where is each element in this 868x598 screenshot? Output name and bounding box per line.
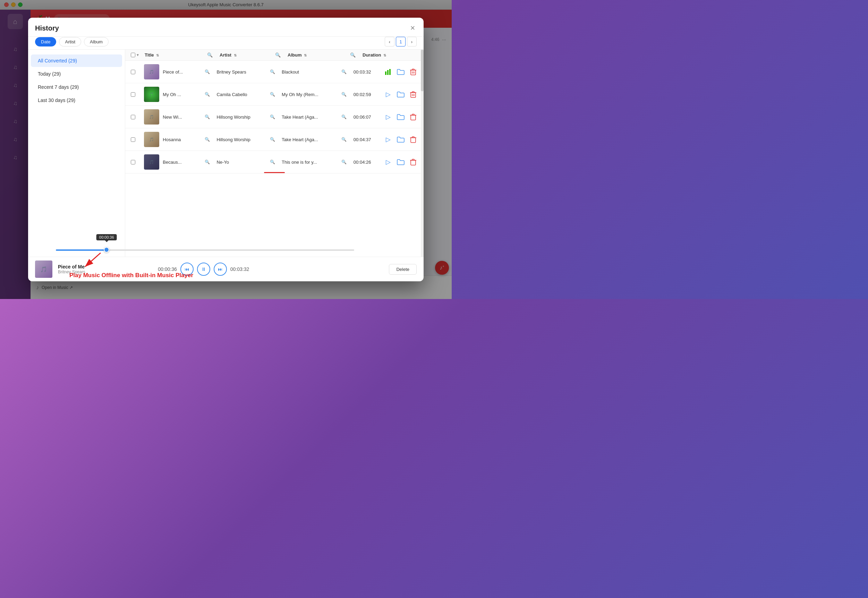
svg-rect-23 [412, 137, 414, 138]
row1-thumbnail: 🎵 [144, 87, 159, 102]
player-thumbnail: 🎵 [35, 260, 52, 278]
row4-title-search[interactable]: 🔍 [205, 160, 217, 164]
row2-folder-button[interactable] [396, 112, 406, 122]
svg-rect-21 [411, 138, 416, 142]
album-column-header[interactable]: Album ⇅ [287, 52, 350, 58]
row0-select[interactable] [131, 70, 135, 74]
row2-thumbnail: 🎵 [144, 109, 159, 124]
duration-column-header[interactable]: Duration ⇅ [362, 52, 404, 58]
row1-delete-button[interactable] [409, 90, 418, 99]
row3-folder-button[interactable] [396, 135, 406, 144]
row4-delete-button[interactable] [409, 157, 418, 167]
row0-album: Blackout [282, 69, 341, 75]
row3-select[interactable] [131, 138, 135, 142]
row2-checkbox[interactable] [131, 115, 144, 119]
modal-body: All Converted (29) Today (29) Recent 7 d… [28, 49, 424, 257]
row0-delete-button[interactable] [409, 67, 418, 77]
row2-duration: 00:06:07 [353, 114, 383, 120]
sidebar-item-today[interactable]: Today (29) [31, 68, 122, 80]
folder-icon-3 [397, 136, 404, 142]
progress-container: 00:00:36 [56, 250, 354, 251]
row2-delete-button[interactable] [409, 112, 418, 122]
sidebar-item-recent-7[interactable]: Recent 7 days (29) [31, 81, 122, 93]
row3-checkbox[interactable] [131, 138, 144, 142]
row1-title: My Oh ... [163, 92, 205, 97]
pagination: ‹ 1 › [385, 37, 417, 46]
row2-actions: ▷ [383, 112, 418, 122]
row0-checkbox[interactable] [131, 70, 144, 74]
scrollbar-track[interactable] [421, 49, 424, 257]
filter-album-button[interactable]: Album [84, 37, 109, 46]
track-row-0[interactable]: 🎵 Piece of... 🔍 Britney Spears 🔍 Blackou… [125, 61, 424, 83]
checkbox-header: ▼ [131, 53, 145, 57]
progress-tooltip: 00:00:36 [96, 234, 117, 241]
artist-column-header[interactable]: Artist ⇅ [220, 52, 275, 58]
row4-select[interactable] [131, 160, 135, 164]
row0-artist-search[interactable]: 🔍 [270, 69, 282, 74]
row2-album-search[interactable]: 🔍 [341, 114, 353, 119]
total-time-display: 00:03:32 [230, 266, 250, 272]
sidebar-item-last-30[interactable]: Last 30 days (29) [31, 94, 122, 106]
progress-track[interactable]: 00:00:36 [56, 250, 354, 251]
current-page-button[interactable]: 1 [396, 37, 406, 46]
row4-album-search[interactable]: 🔍 [341, 160, 353, 164]
title-search-icon[interactable]: 🔍 [207, 52, 220, 58]
row1-artist-search[interactable]: 🔍 [270, 92, 282, 97]
row2-album: Take Heart (Aga... [282, 114, 341, 120]
modal-title: History [35, 24, 59, 32]
row3-title-search[interactable]: 🔍 [205, 137, 217, 142]
row1-actions: ▷ [383, 90, 418, 99]
row1-folder-button[interactable] [396, 90, 406, 99]
prev-page-button[interactable]: ‹ [385, 37, 394, 46]
row0-duration: 00:03:32 [353, 69, 383, 75]
row3-artist-search[interactable]: 🔍 [270, 137, 282, 142]
row1-play-button[interactable]: ▷ [383, 90, 393, 99]
row4-play-button[interactable]: ▷ [383, 157, 393, 167]
row0-title-search[interactable]: 🔍 [205, 69, 217, 74]
filter-date-button[interactable]: Date [35, 37, 56, 46]
row2-artist-search[interactable]: 🔍 [270, 114, 282, 119]
row4-checkbox[interactable] [131, 160, 144, 164]
track-row-2[interactable]: 🎵 New Wi... 🔍 Hillsong Worship 🔍 Take He… [125, 106, 424, 129]
track-row-1[interactable]: 🎵 My Oh ... 🔍 Camila Cabello 🔍 My Oh My … [125, 83, 424, 106]
row1-select[interactable] [131, 92, 135, 97]
row4-folder-button[interactable] [396, 157, 406, 167]
row0-title: Piece of... [163, 69, 205, 75]
row2-play-button[interactable]: ▷ [383, 112, 393, 122]
row3-album-search[interactable]: 🔍 [341, 137, 353, 142]
row3-play-button[interactable]: ▷ [383, 135, 393, 144]
filter-artist-button[interactable]: Artist [59, 37, 81, 46]
track-row-3[interactable]: 🎵 Hosanna 🔍 Hillsong Worship 🔍 Take Hear… [125, 129, 424, 151]
row0-folder-button[interactable] [396, 67, 406, 77]
title-column-header[interactable]: Title ⇅ [145, 52, 207, 58]
row4-album: This one is for y... [282, 160, 341, 165]
progress-fill [56, 250, 106, 251]
delete-button[interactable]: Delete [389, 264, 417, 275]
svg-rect-8 [412, 69, 414, 70]
track-list: 🎵 Piece of... 🔍 Britney Spears 🔍 Blackou… [125, 61, 424, 257]
skip-forward-button[interactable]: ⏭ [214, 263, 227, 276]
row1-album-search[interactable]: 🔍 [341, 92, 353, 97]
row4-artist-search[interactable]: 🔍 [270, 160, 282, 164]
row4-artist: Ne-Yo [217, 160, 269, 165]
track-row-4[interactable]: 🎵 Becaus... 🔍 Ne-Yo 🔍 This one is for y.… [125, 151, 424, 173]
modal-close-button[interactable]: ✕ [409, 24, 417, 32]
album-search-icon[interactable]: 🔍 [350, 52, 362, 58]
title-sort-icon: ⇅ [156, 54, 159, 57]
sidebar-item-all-converted[interactable]: All Converted (29) [31, 54, 122, 67]
row0-album-search[interactable]: 🔍 [341, 69, 353, 74]
pause-button[interactable]: ⏸ [197, 263, 210, 276]
title-label: Title [145, 52, 154, 58]
row3-delete-button[interactable] [409, 135, 418, 144]
artist-search-icon[interactable]: 🔍 [275, 52, 287, 58]
row1-title-search[interactable]: 🔍 [205, 92, 217, 97]
next-page-button[interactable]: › [407, 37, 417, 46]
svg-rect-14 [412, 91, 414, 93]
row2-select[interactable] [131, 115, 135, 119]
row1-checkbox[interactable] [131, 92, 144, 97]
row3-actions: ▷ [383, 135, 418, 144]
scrollbar-thumb[interactable] [421, 49, 424, 91]
select-all-checkbox[interactable] [131, 53, 135, 57]
row0-chart-button[interactable] [383, 67, 393, 77]
row2-title-search[interactable]: 🔍 [205, 114, 217, 119]
